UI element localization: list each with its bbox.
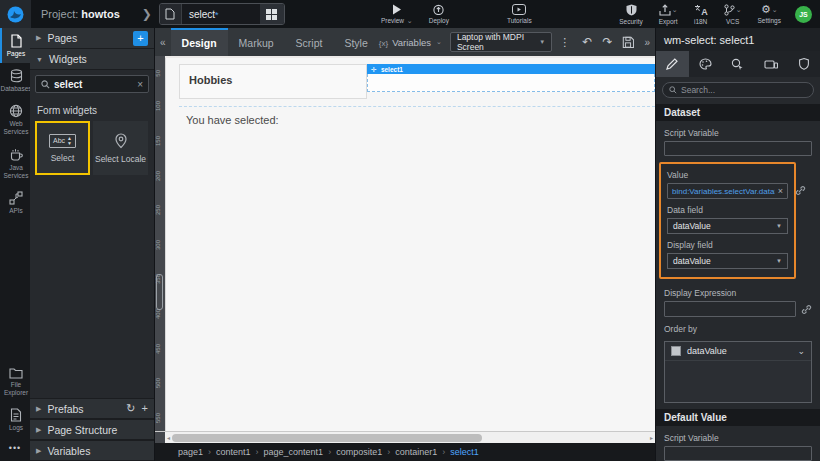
page-canvas[interactable]: Hobbies ✛ select1 You have selected:	[165, 58, 655, 431]
rail-item-pages[interactable]: Pages	[0, 28, 30, 63]
rail-item-databases[interactable]: Databases	[0, 63, 30, 98]
refresh-icon[interactable]: ↻	[126, 402, 135, 415]
i18n-button[interactable]: A i18N	[686, 0, 716, 28]
order-by-checkbox[interactable]	[671, 346, 681, 356]
breadcrumb-page-content1[interactable]: page_content1	[264, 447, 332, 457]
move-icon[interactable]: ✛	[371, 66, 377, 73]
widget-search-input[interactable]: select ×	[35, 75, 149, 93]
tab-devices[interactable]	[754, 51, 787, 77]
rail-item-apis[interactable]: APIs	[0, 185, 30, 220]
tab-style[interactable]: Style	[333, 28, 378, 56]
horizontal-scrollbar-thumb[interactable]	[172, 434, 482, 442]
value-input[interactable]: bind:Variables.selectVar.dataSet ×	[667, 183, 788, 199]
chevron-down-icon: ▼	[776, 223, 782, 229]
deploy-icon	[432, 4, 445, 15]
add-page-button[interactable]: +	[133, 31, 148, 46]
script-variable-input[interactable]	[664, 141, 812, 156]
widgets-section-header[interactable]: ▼ Widgets	[30, 49, 154, 70]
user-avatar[interactable]: JS	[795, 6, 812, 23]
add-prefab-icon[interactable]: +	[142, 402, 148, 415]
preview-button[interactable]: Preview ⌄	[373, 0, 421, 28]
deploy-button[interactable]: Deploy	[421, 0, 457, 28]
display-expression-input[interactable]	[664, 301, 796, 317]
select-widget-icon: Abc ▲▼	[49, 134, 76, 148]
collapse-left-icon[interactable]: «	[155, 37, 171, 48]
rail-item-file-explorer[interactable]: File Explorer	[0, 361, 30, 402]
settings-button[interactable]: ⚙ ⌄ Settings	[750, 0, 790, 28]
translate-icon: A	[694, 4, 708, 16]
tab-properties[interactable]	[656, 51, 689, 77]
default-script-variable-input[interactable]	[664, 446, 812, 461]
gear-icon: ⚙	[761, 4, 771, 15]
palette-icon	[699, 58, 712, 70]
display-field-select[interactable]: dataValue ▼	[667, 253, 788, 269]
chevron-down-icon: ▼	[539, 39, 545, 45]
clear-value-icon[interactable]: ×	[778, 186, 783, 196]
breadcrumb-composite1[interactable]: composite1	[336, 447, 390, 457]
data-field-select[interactable]: dataValue ▼	[667, 218, 788, 234]
coffee-icon	[9, 148, 23, 162]
rail-item-web-services[interactable]: Web Services	[0, 98, 30, 141]
api-nodes-icon	[9, 191, 23, 205]
more-options-icon[interactable]: ⋮	[552, 36, 577, 49]
tab-markup[interactable]: Markup	[228, 28, 285, 56]
rail-item-java-services[interactable]: Java Services	[0, 142, 30, 185]
dataset-section-header: Dataset	[656, 104, 820, 121]
tab-security[interactable]	[787, 51, 820, 77]
tab-events[interactable]	[722, 51, 755, 77]
rail-more-button[interactable]: •••	[0, 437, 30, 461]
page-selector[interactable]: select*	[159, 3, 285, 25]
bind-link-icon[interactable]	[801, 304, 812, 315]
select1-input[interactable]	[367, 74, 655, 92]
wavemaker-logo[interactable]	[0, 0, 31, 28]
tab-script[interactable]: Script	[285, 28, 334, 56]
composite-label-cell[interactable]: Hobbies	[179, 64, 367, 99]
selected-caption: You have selected:	[186, 114, 655, 126]
hobbies-label[interactable]: Hobbies	[189, 74, 232, 86]
redo-icon[interactable]: ↷	[597, 35, 617, 49]
tutorials-button[interactable]: Tutorials	[499, 0, 540, 28]
widget-card-select[interactable]: Abc ▲▼ Select	[35, 121, 90, 175]
breadcrumb-page1[interactable]: page1	[178, 447, 211, 457]
vcs-button[interactable]: ⌄ VCS	[716, 0, 750, 28]
search-icon	[669, 86, 677, 94]
page-structure-section-header[interactable]: ▶ Page Structure	[30, 419, 154, 440]
clear-search-icon[interactable]: ×	[137, 79, 143, 90]
device-selector[interactable]: Laptop with MDPI Screen ▼	[450, 32, 552, 52]
variables-dropdown[interactable]: Variables ⌄	[379, 37, 442, 48]
vertical-scrollbar-thumb[interactable]	[156, 274, 163, 310]
bind-link-icon[interactable]	[795, 185, 806, 196]
horizontal-scrollbar[interactable]: ◂ ▸	[155, 431, 655, 443]
widget-card-select-locale[interactable]: Select Locale	[93, 121, 148, 175]
left-rail: Pages Databases Web Services Java Servic…	[0, 28, 30, 461]
breadcrumb-container1[interactable]: container1	[395, 447, 445, 457]
widget-breadcrumb: page1 content1 page_content1 composite1 …	[155, 443, 655, 461]
select1-selection-bar[interactable]: ✛ select1	[367, 64, 655, 74]
tab-design[interactable]: Design	[171, 28, 228, 56]
widgets-panel: ▶ Pages + ▼ Widgets select × Form widget…	[30, 28, 155, 461]
security-button[interactable]: Security	[611, 0, 650, 28]
save-icon[interactable]	[617, 36, 639, 48]
editor-toolbar: « Design Markup Script Style Variables ⌄…	[155, 28, 655, 56]
modified-marker: *	[215, 10, 219, 20]
select1-widget[interactable]: ✛ select1	[367, 64, 655, 99]
page-grid-icon[interactable]	[260, 4, 284, 24]
scroll-left-icon[interactable]: ◂	[165, 434, 172, 441]
pages-section-header[interactable]: ▶ Pages +	[30, 28, 154, 49]
script-variable-label: Script Variable	[664, 128, 812, 138]
design-canvas: 50100150200250300350400450500550 Hobbies…	[155, 56, 655, 431]
scroll-right-icon[interactable]: ▸	[648, 434, 655, 441]
export-button[interactable]: ⌄ Export	[651, 0, 686, 28]
prefabs-section-header[interactable]: ▶ Prefabs ↻ +	[30, 398, 154, 419]
order-by-row[interactable]: dataValue ⌄	[665, 342, 811, 361]
property-search-input[interactable]: Search...	[662, 82, 814, 98]
undo-icon[interactable]: ↶	[577, 35, 597, 49]
breadcrumb-select1[interactable]: select1	[450, 447, 479, 457]
breadcrumb-content1[interactable]: content1	[216, 447, 259, 457]
variables-section-header[interactable]: ▶ Variables	[30, 440, 154, 461]
logs-icon	[10, 408, 22, 422]
order-by-label: Order by	[664, 324, 812, 334]
expand-right-icon[interactable]: »	[641, 37, 655, 48]
tab-styles[interactable]	[689, 51, 722, 77]
rail-item-logs[interactable]: Logs	[0, 402, 30, 437]
